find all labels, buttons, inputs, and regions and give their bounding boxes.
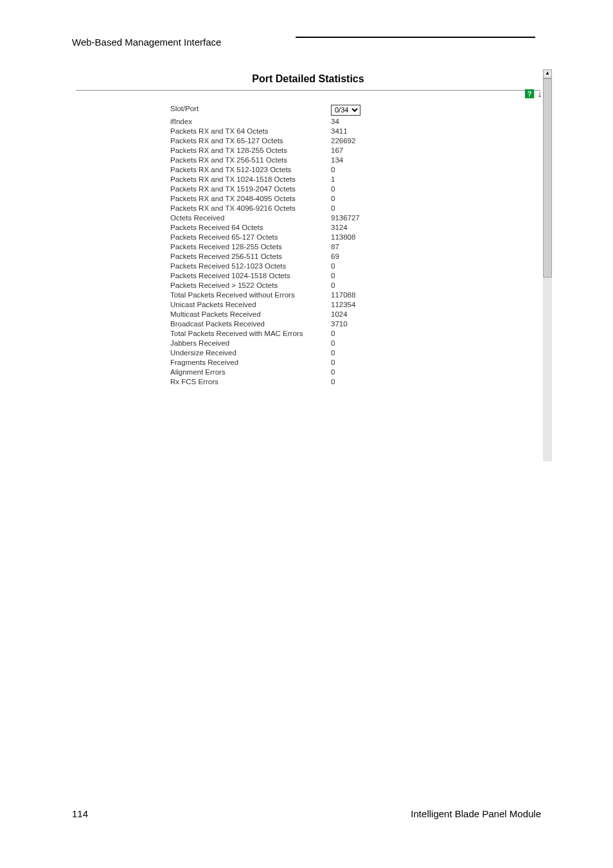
table-row: Packets Received 1024-1518 Octets0 (170, 270, 395, 280)
scrollbar-thumb[interactable] (543, 78, 552, 278)
jump-down-icon[interactable]: ↓ (535, 89, 544, 98)
stat-label: Packets RX and TX 256-511 Octets (170, 155, 331, 164)
stat-label: Packets RX and TX 2048-4095 Octets (170, 193, 331, 203)
table-row: Total Packets Received with MAC Errors0 (170, 328, 395, 338)
stat-value: 134 (331, 155, 395, 164)
stat-value: 0 (331, 367, 395, 376)
stat-label: Packets Received 64 Octets (170, 222, 331, 232)
stat-value: 0 (331, 203, 395, 213)
stat-value: 0 (331, 164, 395, 174)
stat-value: 117088 (331, 290, 395, 299)
stat-label: Packets RX and TX 1024-1518 Octets (170, 174, 331, 184)
stat-label: Packets Received 512-1023 Octets (170, 261, 331, 270)
stat-value: 0 (331, 348, 395, 357)
table-row: Multicast Packets Received1024 (170, 309, 395, 319)
stat-label: Jabbers Received (170, 338, 331, 348)
table-row: Packets RX and TX 65-127 Octets226692 (170, 136, 395, 145)
stat-value: 1 (331, 174, 395, 184)
stat-value: 34 (331, 116, 395, 126)
stat-value: 167 (331, 145, 395, 155)
screenshot-panel: ▲ Port Detailed Statistics ? ↓ Slot/Port… (76, 69, 540, 386)
table-row: Packets RX and TX 4096-9216 Octets0 (170, 203, 395, 213)
table-row: Octets Received9136727 (170, 213, 395, 222)
stat-value: 87 (331, 242, 395, 251)
table-row: Packets Received > 1522 Octets0 (170, 280, 395, 290)
table-row: Packets RX and TX 2048-4095 Octets0 (170, 193, 395, 203)
stat-value: 113808 (331, 232, 395, 242)
stat-label: Rx FCS Errors (170, 376, 331, 386)
stat-value: 3124 (331, 222, 395, 232)
table-row: Jabbers Received0 (170, 338, 395, 348)
table-row: Packets Received 256-511 Octets69 (170, 251, 395, 261)
stat-label: ifIndex (170, 116, 331, 126)
table-row: Packets RX and TX 512-1023 Octets0 (170, 164, 395, 174)
stat-value: 3411 (331, 126, 395, 136)
stat-label: Packets RX and TX 1519-2047 Octets (170, 184, 331, 193)
stat-value: 0 (331, 376, 395, 386)
table-row: Packets RX and TX 256-511 Octets134 (170, 155, 395, 164)
stat-label: Packets Received 65-127 Octets (170, 232, 331, 242)
slot-port-cell: 0/34 (331, 103, 395, 116)
stat-value: 0 (331, 261, 395, 270)
table-row: Fragments Received0 (170, 357, 395, 367)
table-row: Packets RX and TX 128-255 Octets167 (170, 145, 395, 155)
table-row: Packets Received 128-255 Octets87 (170, 242, 395, 251)
stat-label: Alignment Errors (170, 367, 331, 376)
stat-label: Total Packets Received with MAC Errors (170, 328, 331, 338)
stat-value: 0 (331, 184, 395, 193)
stat-label: Packets Received 1024-1518 Octets (170, 270, 331, 280)
table-row: Packets RX and TX 1519-2047 Octets0 (170, 184, 395, 193)
stat-value: 0 (331, 328, 395, 338)
header-rule (296, 37, 535, 38)
table-row: Total Packets Received without Errors117… (170, 290, 395, 299)
table-row: Undersize Received0 (170, 348, 395, 357)
stat-label: Undersize Received (170, 348, 331, 357)
stat-label: Packets RX and TX 64 Octets (170, 126, 331, 136)
stat-label: Fragments Received (170, 357, 331, 367)
stat-label: Broadcast Packets Received (170, 319, 331, 328)
table-row: ifIndex34 (170, 116, 395, 126)
table-row: Packets Received 512-1023 Octets0 (170, 261, 395, 270)
product-name: Intelligent Blade Panel Module (411, 808, 541, 819)
table-row: Packets RX and TX 1024-1518 Octets1 (170, 174, 395, 184)
stat-value: 226692 (331, 136, 395, 145)
table-row: Unicast Packets Received112354 (170, 299, 395, 309)
stat-value: 0 (331, 193, 395, 203)
table-row: Packets RX and TX 64 Octets3411 (170, 126, 395, 136)
slot-port-label: Slot/Port (170, 103, 331, 116)
panel-title: Port Detailed Statistics (76, 69, 540, 90)
stat-label: Packets Received 128-255 Octets (170, 242, 331, 251)
stat-label: Unicast Packets Received (170, 299, 331, 309)
stat-value: 0 (331, 338, 395, 348)
table-row: Alignment Errors0 (170, 367, 395, 376)
stat-label: Octets Received (170, 213, 331, 222)
stat-label: Packets RX and TX 128-255 Octets (170, 145, 331, 155)
stats-table: Slot/Port 0/34 ifIndex34 Packets RX and … (170, 103, 395, 386)
stat-value: 0 (331, 270, 395, 280)
panel-rule (76, 90, 540, 91)
stat-value: 0 (331, 280, 395, 290)
stat-label: Packets RX and TX 4096-9216 Octets (170, 203, 331, 213)
table-row: Slot/Port 0/34 (170, 103, 395, 116)
stat-value: 3710 (331, 319, 395, 328)
page-number: 114 (72, 808, 88, 819)
stat-label: Packets RX and TX 65-127 Octets (170, 136, 331, 145)
slot-port-select[interactable]: 0/34 (331, 105, 360, 116)
table-row: Packets Received 65-127 Octets113808 (170, 232, 395, 242)
page-footer: 114 Intelligent Blade Panel Module (72, 808, 541, 820)
table-row: Rx FCS Errors0 (170, 376, 395, 386)
table-row: Broadcast Packets Received3710 (170, 319, 395, 328)
help-icon[interactable]: ? (525, 89, 534, 98)
document-section-title: Web-Based Management Interface (72, 37, 541, 48)
stat-label: Multicast Packets Received (170, 309, 331, 319)
stat-value: 112354 (331, 299, 395, 309)
stat-label: Packets Received > 1522 Octets (170, 280, 331, 290)
stat-label: Total Packets Received without Errors (170, 290, 331, 299)
scroll-up-button[interactable]: ▲ (543, 69, 552, 78)
stat-label: Packets RX and TX 512-1023 Octets (170, 164, 331, 174)
table-row: Packets Received 64 Octets3124 (170, 222, 395, 232)
stat-value: 1024 (331, 309, 395, 319)
stat-label: Packets Received 256-511 Octets (170, 251, 331, 261)
stat-value: 0 (331, 357, 395, 367)
page-header: Web-Based Management Interface (72, 37, 541, 50)
